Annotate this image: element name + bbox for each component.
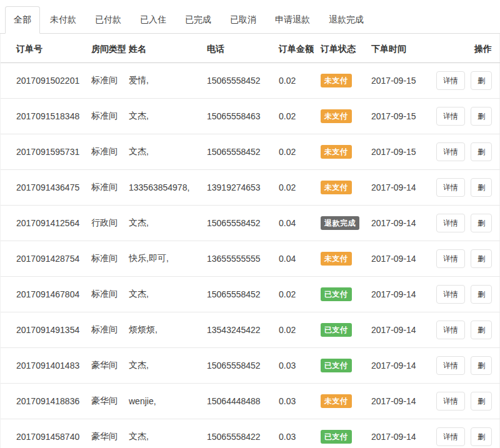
table-row: 2017091428754标准间快乐,即可,136555555550.04未支付… [1,241,500,277]
cell-actions: 详情删 [436,348,500,384]
cell-order_no: 2017091458740 [1,419,91,448]
cell-amount: 0.02 [279,312,321,348]
cell-name: 快乐,即可, [129,241,207,277]
cell-amount: 0.02 [279,170,321,206]
column-header-room_type: 房间类型 [91,34,129,63]
detail-button[interactable]: 详情 [436,71,465,90]
tab-0-active[interactable]: 全部 [5,6,40,34]
status-badge: 已支付 [321,323,352,337]
cell-date: 2017-09-14 [371,206,436,241]
table-row: 2017091412564行政间文杰,150655584520.04退款完成20… [1,206,500,241]
delete-button[interactable]: 删 [471,356,492,375]
cell-name: 文杰, [129,206,207,241]
cell-amount: 0.02 [279,99,321,134]
detail-button[interactable]: 详情 [436,392,465,411]
cell-name: 烦烦烦, [129,312,207,348]
cell-actions: 详情删 [436,134,500,170]
cell-room_type: 标准间 [91,99,129,134]
table-row: 2017091418836豪华间wenjie,150644484880.03未支… [1,384,500,419]
cell-status: 退款完成 [321,206,371,241]
table-row: 2017091401483豪华间文杰,150655584520.03已支付201… [1,348,500,384]
cell-date: 2017-09-14 [371,170,436,206]
detail-button[interactable]: 详情 [436,249,465,268]
column-header-actions: 操作 [436,34,500,63]
cell-room_type: 行政间 [91,206,129,241]
table-row: 2017091491354标准间烦烦烦,135432454220.02已支付20… [1,312,500,348]
status-badge: 未支付 [321,394,352,408]
tab-7[interactable]: 退款完成 [320,6,372,34]
cell-name: 133563854978, [129,170,207,206]
delete-button[interactable]: 删 [471,178,492,197]
cell-phone: 13543245422 [207,312,279,348]
cell-date: 2017-09-14 [371,419,436,448]
cell-room_type: 豪华间 [91,419,129,448]
cell-phone: 15065558452 [207,277,279,312]
cell-order_no: 2017091418836 [1,384,91,419]
tab-2[interactable]: 已付款 [86,6,130,34]
cell-status: 已支付 [321,348,371,384]
cell-name: 文杰, [129,419,207,448]
detail-button[interactable]: 详情 [436,142,465,161]
cell-phone: 15065558422 [207,419,279,448]
cell-actions: 详情删 [436,99,500,134]
detail-button[interactable]: 详情 [436,321,465,339]
detail-button[interactable]: 详情 [436,107,465,126]
delete-button[interactable]: 删 [471,427,492,446]
cell-name: 文杰, [129,99,207,134]
cell-phone: 15065558452 [207,348,279,384]
cell-phone: 15064448488 [207,384,279,419]
detail-button[interactable]: 详情 [436,214,465,232]
delete-button[interactable]: 删 [471,249,492,268]
tab-6[interactable]: 申请退款 [266,6,319,34]
cell-room_type: 标准间 [91,241,129,277]
cell-room_type: 标准间 [91,277,129,312]
table-row: 2017091502201标准间爱情,150655584520.02未支付201… [1,63,500,99]
cell-amount: 0.03 [279,384,321,419]
cell-amount: 0.03 [279,348,321,384]
status-badge: 退款完成 [321,216,359,230]
status-badge: 未支付 [321,109,352,123]
cell-phone: 15065558452 [207,206,279,241]
cell-date: 2017-09-14 [371,312,436,348]
cell-name: 爱情, [129,63,207,99]
cell-actions: 详情删 [436,206,500,241]
delete-button[interactable]: 删 [471,142,492,161]
column-header-phone: 电话 [207,34,279,63]
table-row: 2017091595731标准间文杰,150655584520.02未支付201… [1,134,500,170]
cell-status: 未支付 [321,241,371,277]
delete-button[interactable]: 删 [471,107,492,126]
cell-actions: 详情删 [436,384,500,419]
cell-order_no: 2017091491354 [1,312,91,348]
orders-table: 订单号房间类型姓名电话订单金额订单状态下单时间操作 2017091502201标… [1,34,500,448]
status-badge: 未支付 [321,145,352,159]
cell-room_type: 标准间 [91,170,129,206]
detail-button[interactable]: 详情 [436,427,465,446]
delete-button[interactable]: 删 [471,214,492,232]
cell-order_no: 2017091502201 [1,63,91,99]
cell-status: 未支付 [321,170,371,206]
cell-order_no: 2017091467804 [1,277,91,312]
orders-table-body: 2017091502201标准间爱情,150655584520.02未支付201… [1,63,500,448]
cell-amount: 0.02 [279,134,321,170]
cell-phone: 15065558463 [207,99,279,134]
detail-button[interactable]: 详情 [436,285,465,304]
tab-5[interactable]: 已取消 [221,6,265,34]
cell-room_type: 豪华间 [91,348,129,384]
delete-button[interactable]: 删 [471,285,492,304]
order-status-tabs: 全部未付款已付款已入住已完成已取消申请退款退款完成 [0,6,500,34]
detail-button[interactable]: 详情 [436,356,465,375]
cell-phone: 13655555555 [207,241,279,277]
cell-order_no: 2017091401483 [1,348,91,384]
tab-4[interactable]: 已完成 [176,6,220,34]
tab-3[interactable]: 已入住 [131,6,175,34]
cell-amount: 0.02 [279,277,321,312]
detail-button[interactable]: 详情 [436,178,465,197]
status-badge: 未支付 [321,74,352,87]
cell-date: 2017-09-15 [371,99,436,134]
cell-order_no: 2017091518348 [1,99,91,134]
delete-button[interactable]: 删 [471,71,492,90]
tab-1[interactable]: 未付款 [41,6,85,34]
delete-button[interactable]: 删 [471,392,492,411]
table-header-row: 订单号房间类型姓名电话订单金额订单状态下单时间操作 [1,34,500,63]
delete-button[interactable]: 删 [471,321,492,339]
